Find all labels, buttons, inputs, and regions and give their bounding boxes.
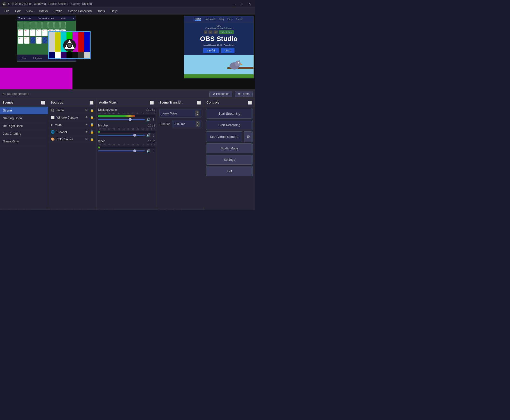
exit-button[interactable]: Exit (206, 166, 253, 176)
sources-remove-button[interactable]: 🗑 (58, 210, 64, 210)
transitions-remove-button[interactable]: 🗑 (167, 210, 173, 210)
video-audio-mute-button[interactable]: 🔊 (146, 149, 151, 153)
menu-profile[interactable]: Profile (51, 8, 65, 14)
card-slot-8 (60, 22, 66, 29)
source-color-lock[interactable]: 🔒 (90, 137, 94, 141)
source-browser-lock[interactable]: 🔒 (90, 130, 94, 134)
audio-menu-button[interactable]: ⋮ (108, 210, 114, 210)
desktop-audio-mute-button[interactable]: 🔊 (146, 118, 151, 121)
source-image-lock[interactable]: 🔒 (90, 108, 94, 112)
obs-website-content: OBSOpen Broadcaster Software yt tw gh ♥ … (184, 23, 254, 55)
close-button[interactable]: ✕ (246, 1, 253, 6)
source-video-eye[interactable]: 👁 (85, 123, 88, 127)
settings-button[interactable]: Settings (206, 155, 253, 165)
sources-settings-button[interactable]: ⚙ (66, 210, 72, 210)
color-source-icon: 🎨 (51, 137, 54, 141)
duration-row: Duration 3000 ms ▲ ▼ (159, 120, 201, 128)
obs-macos-btn[interactable]: macOS (203, 48, 219, 53)
transitions-add-button[interactable]: + (159, 210, 165, 210)
card-face-down-1 (30, 37, 36, 44)
controls-panel-collapse-button[interactable]: ⬜ (247, 100, 252, 105)
duration-input[interactable]: 3000 ms ▲ ▼ (172, 120, 201, 128)
menu-tools[interactable]: Tools (95, 8, 107, 14)
obs-dl-buttons: macOS Linux (186, 48, 252, 53)
source-browser-eye[interactable]: 👁 (85, 130, 88, 134)
scenes-down-button[interactable]: ∨ (25, 210, 31, 210)
obs-nav-forum[interactable]: Forum (236, 18, 243, 21)
source-video-lock[interactable]: 🔒 (90, 123, 94, 127)
source-item-video[interactable]: ▶ Video 👁 🔒 (48, 121, 96, 128)
obs-site-title: OBSOpen Broadcaster Software (186, 25, 252, 30)
audio-panel-collapse-button[interactable]: ⬜ (149, 100, 154, 105)
obs-nav-blog[interactable]: Blog (219, 18, 224, 21)
sources-down-button[interactable]: ∨ (81, 210, 87, 210)
menu-file[interactable]: File (2, 8, 12, 14)
title-bar-controls: – □ ✕ (231, 1, 253, 6)
source-item-window-capture[interactable]: ⬜ Window Capture 👁 🔒 (48, 114, 96, 121)
start-streaming-button[interactable]: Start Streaming (206, 109, 253, 119)
source-color-eye[interactable]: 👁 (85, 137, 88, 141)
source-item-browser[interactable]: 🌐 Browser 👁 🔒 (48, 128, 96, 136)
color-bars-bottom (49, 52, 90, 58)
scene-item-starting-soon[interactable]: Starting Soon (0, 114, 48, 122)
properties-button[interactable]: ⚙ Properties (209, 91, 233, 97)
transition-type-select[interactable]: Luma Wipe ▲ ▼ (159, 109, 201, 118)
menu-edit[interactable]: Edit (13, 8, 23, 14)
virtual-camera-row: Start Virtual Camera ⚙ (206, 131, 253, 142)
transition-down-btn[interactable]: ▼ (195, 113, 199, 116)
scenes-remove-button[interactable]: 🗑 (10, 210, 16, 210)
mic-audio-slider[interactable] (98, 135, 145, 136)
scenes-add-button[interactable]: + (2, 210, 8, 210)
scenes-up-button[interactable]: ∧ (17, 210, 24, 210)
scene-item-game-only[interactable]: Game Only (0, 138, 48, 145)
source-item-color-source[interactable]: 🎨 Color Source 👁 🔒 (48, 136, 96, 143)
start-virtual-camera-button[interactable]: Start Virtual Camera (206, 131, 242, 142)
transitions-panel-collapse-button[interactable]: ⬜ (196, 100, 201, 105)
video-meter-scale: -60-55-50-45-40-35-30-25-20-15-10-50 (98, 144, 155, 146)
source-image-label: Image (56, 109, 83, 112)
transitions-menu-button[interactable]: ⋮ (174, 210, 181, 210)
studio-mode-button[interactable]: Studio Mode (206, 143, 253, 153)
scene-item-be-right-back[interactable]: Be Right Back (0, 122, 48, 130)
virtual-camera-settings-button[interactable]: ⚙ (244, 131, 253, 142)
color-bar-bottom-segment (72, 52, 78, 58)
obs-nav-download[interactable]: Download (205, 18, 215, 21)
minimize-button[interactable]: – (231, 1, 238, 6)
maximize-button[interactable]: □ (239, 1, 245, 6)
solitaire-options[interactable]: ⚙ Options (33, 57, 42, 59)
audio-track-video-header: Video 0.0 dB (98, 140, 155, 143)
source-window-lock[interactable]: 🔒 (90, 116, 94, 119)
obs-contribute-btn[interactable]: ♥ Contribute (219, 30, 234, 34)
desktop-audio-slider[interactable] (98, 119, 145, 120)
source-item-image[interactable]: 🖼 Image 👁 🔒 (48, 107, 96, 114)
menu-docks[interactable]: Docks (37, 8, 50, 14)
sources-panel-collapse-button[interactable]: ⬜ (89, 100, 94, 105)
menu-help[interactable]: Help (108, 8, 120, 14)
solitaire-new[interactable]: + New (21, 57, 26, 59)
duration-up-btn[interactable]: ▲ (196, 121, 200, 124)
mic-audio-mute-button[interactable]: 🔊 (146, 133, 151, 137)
duration-down-btn[interactable]: ▼ (196, 124, 200, 127)
desktop-audio-menu-button[interactable]: ⋮ (152, 118, 155, 121)
menu-view[interactable]: View (24, 8, 36, 14)
scene-item-just-chatting[interactable]: Just Chatting (0, 130, 48, 138)
start-recording-button[interactable]: Start Recording (206, 120, 253, 130)
filters-button[interactable]: ▦ Filters (235, 91, 253, 97)
scenes-panel-collapse-button[interactable]: ⬜ (41, 100, 46, 105)
source-window-eye[interactable]: 👁 (85, 116, 88, 119)
video-audio-slider[interactable] (98, 150, 145, 151)
obs-nav-help[interactable]: Help (228, 18, 233, 21)
obs-nav-home[interactable]: Home (195, 18, 201, 21)
video-audio-menu-button[interactable]: ⋮ (152, 149, 155, 153)
mic-audio-menu-button[interactable]: ⋮ (152, 133, 155, 137)
sources-add-button[interactable]: + (50, 210, 56, 210)
scenes-panel: Scenes ⬜ Scene Starting Soon Be Right Ba… (0, 98, 48, 210)
menu-scene-collection[interactable]: Scene Collection (66, 8, 94, 14)
audio-settings-button[interactable]: ⚙ (99, 210, 105, 210)
sources-up-button[interactable]: ∧ (73, 210, 80, 210)
obs-linux-btn[interactable]: Linux (221, 48, 235, 53)
scene-item-scene[interactable]: Scene (0, 107, 48, 114)
bottom-panel: No source selected ⚙ Properties ▦ Filter… (0, 89, 255, 210)
transition-up-btn[interactable]: ▲ (195, 111, 199, 113)
source-image-eye[interactable]: 👁 (85, 108, 88, 112)
